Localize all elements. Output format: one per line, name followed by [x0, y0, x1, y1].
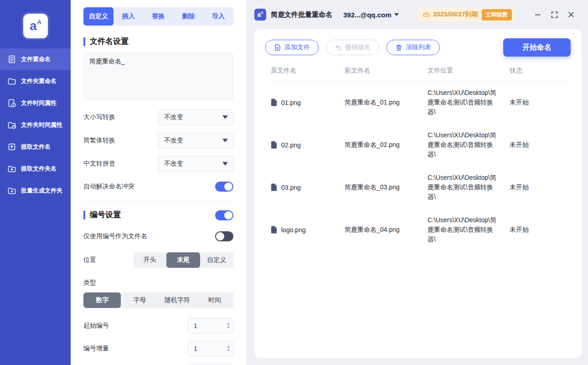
- original-filename: logo.png: [281, 226, 306, 234]
- position-option-custom[interactable]: 自定义: [200, 252, 233, 268]
- extract-filename-icon: [7, 142, 16, 151]
- file-location: C:\Users\XU\Desktop\简鹿重命名测试\音频转换器\: [428, 88, 497, 117]
- sidebar-item-folder-rename[interactable]: 文件夹重命名: [0, 70, 71, 92]
- stepper-down-button[interactable]: ▼: [227, 349, 230, 352]
- undo-button[interactable]: 撤销修改: [326, 40, 379, 55]
- traditional-convert-select[interactable]: 不改变: [158, 133, 233, 148]
- table-row[interactable]: 01.png 简鹿重命名_01.png C:\Users\XU\Desktop\…: [271, 81, 571, 124]
- new-filename: 简鹿重命名_04.png: [345, 226, 428, 234]
- tab-insert[interactable]: 插入: [113, 7, 144, 26]
- table-row[interactable]: logo.png 简鹿重命名_04.png C:\Users\XU\Deskto…: [271, 209, 571, 251]
- trash-icon: [395, 44, 402, 51]
- filename-input[interactable]: 简鹿重命名_: [83, 52, 233, 100]
- minimize-button[interactable]: [535, 11, 541, 18]
- file-list-card: 添加文件 撤销修改 清除列表 开始命名 原文件名 新文件名 文件位置 状态: [254, 29, 582, 358]
- sidebar-item-file-rename[interactable]: 文件重命名: [0, 48, 71, 70]
- sidebar: aA 文件重命名 文件夹重命名 文件时间属性 文件夹时间属性 提取文件名 提取文…: [0, 0, 71, 365]
- original-filename: 02.png: [281, 141, 301, 149]
- sidebar-item-folder-time[interactable]: 文件夹时间属性: [0, 114, 71, 136]
- col-original-name: 原文件名: [271, 67, 345, 75]
- batch-create-folder-icon: [7, 186, 16, 195]
- status-text: 未开始: [510, 99, 571, 107]
- table-row[interactable]: 02.png 简鹿重命名_02.png C:\Users\XU\Desktop\…: [271, 124, 571, 166]
- new-filename: 简鹿重命名_03.png: [345, 183, 428, 192]
- original-filename: 03.png: [281, 184, 301, 191]
- type-option-time[interactable]: 时间: [196, 292, 233, 308]
- start-number-stepper[interactable]: 1 ▲ ▼: [188, 318, 233, 334]
- folder-rename-icon: [7, 77, 16, 86]
- file-location: C:\Users\XU\Desktop\简鹿重命名测试\音频转换器\: [428, 173, 497, 202]
- sidebar-item-batch-create-folder[interactable]: 批量生成文件夹: [0, 180, 71, 202]
- traditional-convert-label: 简繁体转换: [83, 136, 115, 145]
- increment-label: 编号增量: [83, 344, 109, 353]
- start-number-label: 起始编号: [83, 322, 109, 330]
- original-filename: 01.png: [281, 99, 301, 106]
- filename-section-title: 文件名设置: [83, 37, 129, 46]
- status-text: 未开始: [510, 141, 571, 149]
- fullscreen-button[interactable]: [551, 11, 558, 18]
- tab-replace[interactable]: 替换: [144, 7, 174, 26]
- increment-stepper[interactable]: 1 ▲ ▼: [188, 341, 233, 356]
- renew-button[interactable]: 立即续费: [482, 9, 512, 21]
- col-status: 状态: [510, 67, 571, 75]
- numbering-toggle[interactable]: [215, 210, 233, 220]
- window-controls: [535, 11, 582, 18]
- app-icon: aA: [254, 9, 266, 21]
- chevron-down-icon: [222, 139, 228, 142]
- type-segmented: 数字 字母 随机字符 时间: [83, 292, 233, 308]
- folder-time-icon: [7, 120, 16, 130]
- logo-letter: a: [30, 20, 37, 32]
- position-option-start[interactable]: 开头: [133, 252, 166, 268]
- auto-resolve-label: 自动解决命名冲突: [83, 182, 134, 191]
- chevron-down-icon: [222, 115, 228, 119]
- col-location: 文件位置: [428, 67, 510, 75]
- title-bar: aA 简鹿文件批量重命名 392...@qq.com 2025/06/27到期 …: [254, 0, 582, 29]
- sidebar-item-extract-foldername[interactable]: 提取文件夹名: [0, 158, 71, 180]
- file-icon: [271, 99, 277, 106]
- sidebar-item-file-time[interactable]: 文件时间属性: [0, 92, 71, 114]
- sidebar-item-label: 文件夹时间属性: [21, 121, 62, 129]
- tab-import[interactable]: 导入: [203, 7, 233, 26]
- auto-resolve-toggle[interactable]: [215, 182, 233, 192]
- mode-tabbar: 自定义 插入 替换 删除 导入: [83, 7, 233, 26]
- tab-delete[interactable]: 删除: [173, 7, 203, 26]
- col-new-name: 新文件名: [345, 67, 428, 75]
- pinyin-convert-label: 中文转拼音: [83, 160, 115, 168]
- position-segmented: 开头 末尾 自定义: [133, 252, 233, 268]
- only-number-toggle[interactable]: [215, 231, 233, 241]
- file-time-icon: [7, 99, 16, 108]
- file-table: 原文件名 新文件名 文件位置 状态 01.png 简鹿重命名_01.png C:…: [265, 67, 571, 251]
- position-label: 位置: [83, 256, 96, 264]
- tab-custom[interactable]: 自定义: [83, 7, 113, 26]
- account-menu[interactable]: 392...@qq.com: [343, 11, 399, 19]
- undo-icon: [335, 44, 342, 51]
- app-title: 简鹿文件批量重命名: [271, 10, 332, 19]
- new-filename: 简鹿重命名_02.png: [345, 141, 428, 149]
- file-icon: [271, 141, 277, 149]
- case-convert-label: 大小写转换: [83, 113, 115, 121]
- divider: [83, 202, 233, 202]
- file-icon: [271, 183, 277, 191]
- table-row[interactable]: 03.png 简鹿重命名_03.png C:\Users\XU\Desktop\…: [271, 166, 571, 209]
- crown-icon: [423, 11, 430, 18]
- type-label: 类型: [83, 279, 233, 287]
- main-area: aA 简鹿文件批量重命名 392...@qq.com 2025/06/27到期 …: [246, 0, 588, 365]
- close-button[interactable]: [568, 11, 574, 18]
- type-option-random[interactable]: 随机字符: [159, 292, 196, 308]
- status-text: 未开始: [510, 183, 571, 192]
- type-option-number[interactable]: 数字: [83, 292, 121, 308]
- sidebar-item-extract-filename[interactable]: 提取文件名: [0, 136, 71, 158]
- clear-list-button[interactable]: 清除列表: [387, 40, 440, 55]
- add-files-button[interactable]: 添加文件: [265, 40, 319, 55]
- status-text: 未开始: [510, 226, 571, 234]
- position-option-end[interactable]: 末尾: [166, 252, 200, 268]
- chevron-down-icon: [394, 13, 399, 16]
- case-convert-select[interactable]: 不改变: [158, 110, 233, 125]
- stepper-down-button[interactable]: ▼: [227, 326, 230, 329]
- file-rename-icon: [7, 55, 16, 64]
- new-filename: 简鹿重命名_01.png: [345, 99, 428, 107]
- pinyin-convert-select[interactable]: 不改变: [158, 156, 233, 172]
- type-option-letter[interactable]: 字母: [121, 292, 158, 308]
- sidebar-item-label: 提取文件名: [21, 143, 51, 151]
- start-rename-button[interactable]: 开始命名: [503, 38, 571, 57]
